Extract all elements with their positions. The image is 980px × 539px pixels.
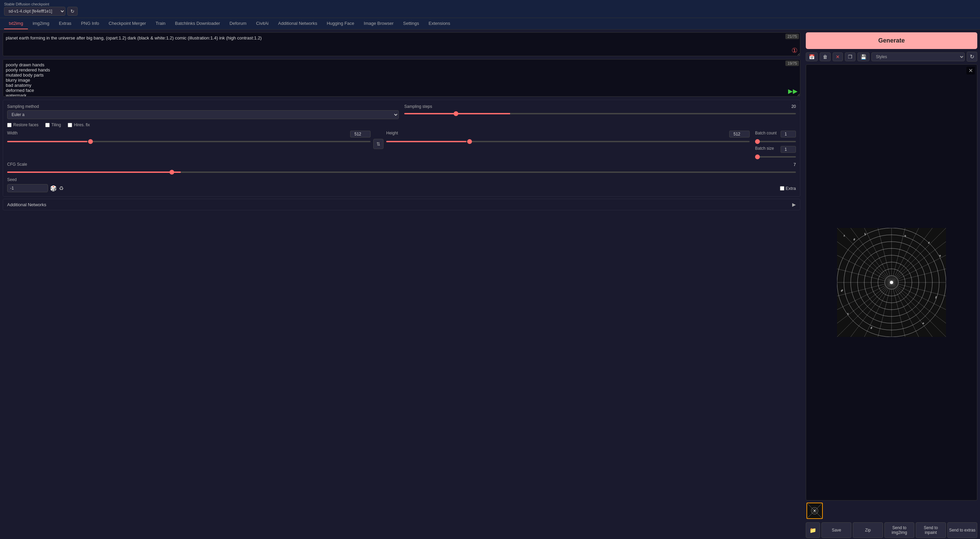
sampling-steps-group: Sampling steps 20 — [404, 104, 796, 119]
extra-checkbox-input[interactable] — [780, 186, 784, 191]
seed-label: Seed — [7, 177, 796, 182]
negative-prompt-icon-button[interactable]: ▶▶ — [788, 87, 798, 95]
cfg-slider[interactable] — [7, 172, 796, 173]
positive-token-counter: 21/75 — [785, 34, 799, 39]
tab-extensions[interactable]: Extensions — [424, 18, 455, 29]
batch-count-input[interactable] — [781, 131, 796, 137]
right-panel: Generate 📅 🗑 ✕ ❐ 💾 Styles ↻ ✕ — [803, 30, 980, 539]
tab-extras[interactable]: Extras — [54, 18, 76, 29]
batch-count-label: Batch count — [755, 131, 776, 136]
height-slider[interactable] — [386, 141, 749, 142]
tab-batchlinks[interactable]: Batchlinks Downloader — [170, 18, 224, 29]
seed-input[interactable] — [7, 184, 48, 192]
top-bar: Stable Diffusion checkpoint sd-v1-4.ckpt… — [0, 0, 980, 18]
positive-prompt-icon-button[interactable]: ① — [791, 46, 798, 54]
trash-icon-button[interactable]: 🗑 — [820, 52, 830, 61]
additional-networks-label: Additional Networks — [7, 202, 46, 207]
left-panel: 21/75 ① 19/75 ▶▶ Sampling method Euler a — [0, 30, 803, 539]
cfg-row: CFG Scale 7 — [7, 162, 796, 174]
tiling-checkbox[interactable]: Tiling — [45, 122, 61, 127]
positive-prompt-section: 21/75 ① — [3, 32, 800, 57]
tab-txt2img[interactable]: txt2img — [4, 18, 28, 29]
tab-deforum[interactable]: Deforum — [225, 18, 251, 29]
seed-row: Seed 🎲 ♻ Extra — [7, 177, 796, 192]
width-value-input[interactable] — [350, 131, 371, 137]
open-output-folder-button[interactable]: 📁 — [806, 522, 820, 538]
height-group: Height — [386, 131, 749, 143]
tab-settings[interactable]: Settings — [398, 18, 424, 29]
checkbox-row: Restore faces Tiling Hires. fix — [7, 122, 796, 127]
checkpoint-select[interactable]: sd-v1-4.ckpt [fe4efff1e1] — [4, 7, 65, 16]
sampling-steps-slider-container — [404, 110, 796, 115]
tab-image-browser[interactable]: Image Browser — [359, 18, 398, 29]
save-button[interactable]: Save — [821, 522, 851, 538]
width-label: Width — [7, 131, 18, 136]
tab-train[interactable]: Train — [151, 18, 170, 29]
batch-size-slider[interactable] — [755, 156, 796, 157]
tab-civitai[interactable]: CivitAi — [251, 18, 273, 29]
width-label-row: Width — [7, 131, 371, 137]
checkpoint-label: Stable Diffusion checkpoint — [4, 2, 78, 6]
width-slider[interactable] — [7, 141, 371, 142]
extra-checkbox[interactable]: Extra — [780, 186, 796, 191]
sampling-steps-value: 20 — [791, 104, 796, 109]
restore-faces-input[interactable] — [7, 123, 11, 127]
close-image-button[interactable]: ✕ — [966, 67, 975, 75]
styles-refresh-button[interactable]: ↻ — [967, 52, 977, 62]
send-to-extras-button[interactable]: Send to extras — [947, 522, 977, 538]
save-to-style-button[interactable]: 💾 — [858, 52, 869, 61]
height-label-row: Height — [386, 131, 749, 137]
sampling-method-select[interactable]: Euler a — [7, 110, 399, 119]
copy-icon-button[interactable]: ❐ — [845, 52, 856, 61]
batch-size-input[interactable] — [781, 146, 796, 153]
restore-faces-checkbox[interactable]: Restore faces — [7, 122, 38, 127]
settings-section: Sampling method Euler a Sampling steps 2… — [3, 100, 800, 197]
sampling-row: Sampling method Euler a Sampling steps 2… — [7, 104, 796, 119]
sampling-method-group: Sampling method Euler a — [7, 104, 399, 119]
tab-hugging-face[interactable]: Hugging Face — [322, 18, 359, 29]
refresh-button[interactable]: ↻ — [67, 7, 78, 16]
zip-button[interactable]: Zip — [853, 522, 883, 538]
image-display: ✕ — [806, 64, 977, 501]
generate-button[interactable]: Generate — [806, 32, 977, 49]
bottom-actions: 📁 Save Zip Send to img2img Send to inpai… — [806, 522, 977, 538]
tab-checkpoint-merger[interactable]: Checkpoint Merger — [104, 18, 151, 29]
tab-pnginfo[interactable]: PNG Info — [76, 18, 104, 29]
styles-select[interactable]: Styles — [872, 52, 965, 61]
seed-recycle-button[interactable]: ♻ — [59, 185, 64, 192]
batch-size-label: Batch size — [755, 146, 774, 151]
send-to-img2img-button[interactable]: Send to img2img — [885, 522, 914, 538]
cross-icon-button[interactable]: ✕ — [833, 52, 843, 61]
tab-additional-networks[interactable]: Additional Networks — [273, 18, 322, 29]
height-label: Height — [386, 131, 398, 136]
sampling-steps-slider[interactable] — [404, 113, 796, 114]
sampling-method-label: Sampling method — [7, 104, 399, 109]
swap-dimensions-button[interactable]: ⇅ — [373, 139, 383, 149]
svg-point-61 — [814, 510, 815, 512]
additional-networks-section[interactable]: Additional Networks ▶ — [3, 199, 800, 210]
thumbnail-row — [806, 502, 977, 520]
cfg-value: 7 — [794, 162, 796, 168]
sampling-steps-label: Sampling steps 20 — [404, 104, 796, 109]
negative-prompt-input[interactable] — [3, 59, 800, 97]
generated-image — [837, 228, 946, 337]
send-to-inpaint-button[interactable]: Send to inpaint — [916, 522, 946, 538]
seed-dice-button[interactable]: 🎲 — [50, 185, 57, 192]
batch-count-slider[interactable] — [755, 141, 796, 142]
hires-fix-checkbox[interactable]: Hires. fix — [68, 122, 90, 127]
open-folder-icon-button[interactable]: 📅 — [806, 52, 818, 61]
batch-group: Batch count Batch size — [755, 131, 796, 159]
thumbnail-item[interactable] — [807, 502, 823, 519]
batch-size-label-row: Batch size — [755, 146, 796, 153]
svg-point-53 — [891, 282, 892, 283]
tiling-input[interactable] — [45, 123, 50, 127]
dimension-row: Width ⇅ Height — [7, 131, 796, 159]
tab-img2img[interactable]: img2img — [28, 18, 54, 29]
negative-prompt-section: 19/75 ▶▶ — [3, 59, 800, 98]
positive-prompt-input[interactable] — [3, 32, 800, 56]
collapse-arrow-icon: ▶ — [792, 202, 796, 207]
height-value-input[interactable] — [729, 131, 749, 137]
nav-tabs: txt2img img2img Extras PNG Info Checkpoi… — [0, 18, 980, 30]
hires-fix-input[interactable] — [68, 123, 72, 127]
batch-count-label-row: Batch count — [755, 131, 796, 137]
